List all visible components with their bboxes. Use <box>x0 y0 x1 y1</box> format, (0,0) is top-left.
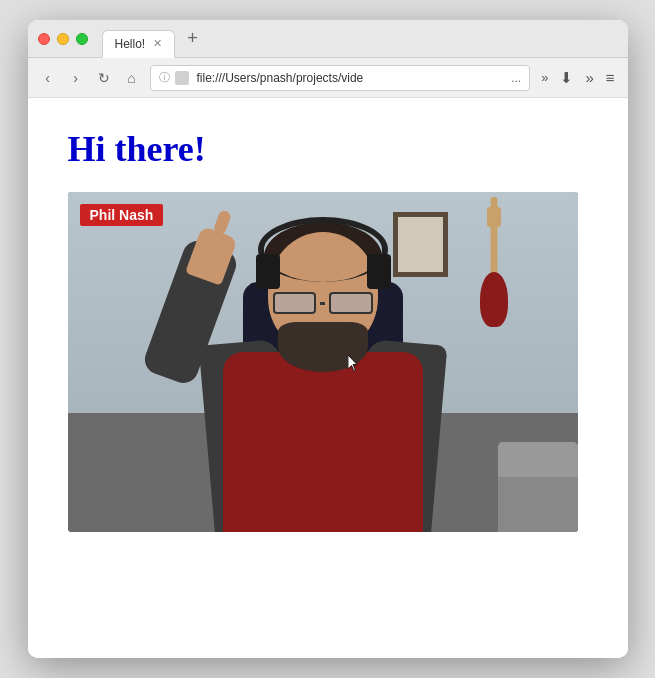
chevrons-icon[interactable]: » <box>582 66 596 89</box>
title-bar: Hello! ✕ + <box>28 20 628 58</box>
page-heading: Hi there! <box>68 128 588 170</box>
guitar-body <box>480 272 508 327</box>
guitar <box>480 207 508 327</box>
glasses <box>273 292 373 314</box>
body-shirt <box>223 352 423 532</box>
url-ellipsis: ... <box>511 71 521 85</box>
hand <box>184 226 237 286</box>
tab-close-button[interactable]: ✕ <box>153 37 162 50</box>
page-content: Hi there! <box>28 98 628 658</box>
minimize-button[interactable] <box>57 33 69 45</box>
person <box>163 212 483 532</box>
browser-window: Hello! ✕ + ‹ › ↻ ⌂ ⓘ file:///Users/pnash… <box>28 20 628 658</box>
sofa <box>498 442 578 532</box>
active-tab[interactable]: Hello! ✕ <box>102 30 176 58</box>
video-player[interactable]: Phil Nash <box>68 192 578 532</box>
headphone-right <box>367 254 391 289</box>
guitar-neck <box>490 197 497 277</box>
info-icon: ⓘ <box>159 70 170 85</box>
refresh-button[interactable]: ↻ <box>94 68 114 88</box>
url-text: file:///Users/pnash/projects/vide <box>197 71 507 85</box>
glasses-right-lens <box>329 292 372 314</box>
beard <box>278 322 368 372</box>
home-button[interactable]: ⌂ <box>122 68 142 88</box>
back-button[interactable]: ‹ <box>38 68 58 88</box>
forward-button[interactable]: › <box>66 68 86 88</box>
sofa-back <box>498 442 578 477</box>
glasses-bridge <box>320 302 326 305</box>
address-bar: ‹ › ↻ ⌂ ⓘ file:///Users/pnash/projects/v… <box>28 58 628 98</box>
toolbar-icons: » ⬇ » ≡ <box>538 66 617 90</box>
tab-bar: Hello! ✕ + <box>102 25 618 53</box>
download-icon[interactable]: ⬇ <box>557 66 576 90</box>
new-tab-button[interactable]: + <box>181 28 204 49</box>
url-bar[interactable]: ⓘ file:///Users/pnash/projects/vide ... <box>150 65 531 91</box>
headphone-left <box>256 254 280 289</box>
tab-label: Hello! <box>115 37 146 51</box>
video-scene <box>68 192 578 532</box>
maximize-button[interactable] <box>76 33 88 45</box>
finger <box>212 209 231 236</box>
security-indicator <box>175 71 189 85</box>
glasses-left-lens <box>273 292 316 314</box>
close-button[interactable] <box>38 33 50 45</box>
traffic-lights <box>38 33 88 45</box>
menu-icon[interactable]: ≡ <box>603 66 618 89</box>
name-label: Phil Nash <box>80 204 164 226</box>
more-options-icon[interactable]: » <box>538 67 551 88</box>
